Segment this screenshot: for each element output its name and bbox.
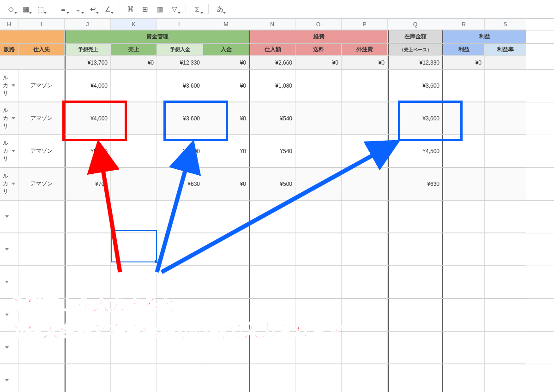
total-souryou[interactable]: ¥0	[295, 56, 342, 69]
col-head-P[interactable]: P	[342, 19, 388, 30]
cell-zaiko[interactable]: ¥4,500	[388, 135, 443, 167]
cell[interactable]	[485, 266, 526, 298]
cell-zaiko[interactable]: ¥3,600	[388, 70, 443, 102]
cell[interactable]	[485, 201, 526, 233]
cell-hanro[interactable]: ルカリ	[0, 102, 18, 135]
cell[interactable]	[65, 364, 111, 392]
col-head-R[interactable]: R	[443, 19, 485, 30]
cell[interactable]	[485, 364, 526, 392]
cell[interactable]	[0, 201, 18, 233]
cell-nyukin[interactable]: ¥0	[203, 168, 249, 200]
cell[interactable]	[111, 201, 157, 233]
cell-gaichuu[interactable]	[342, 135, 388, 167]
cell[interactable]	[388, 364, 443, 392]
cell[interactable]	[342, 364, 388, 392]
col-head-N[interactable]: N	[249, 19, 295, 30]
filter-button[interactable]: ▽	[168, 3, 181, 16]
total-riekiritsu[interactable]	[485, 56, 526, 69]
cell-shiiregaku[interactable]: ¥540	[249, 135, 295, 167]
total-nyukin[interactable]: ¥0	[203, 56, 249, 69]
cell[interactable]	[295, 201, 342, 233]
cell-yoso-nyukin[interactable]: ¥3,600	[157, 70, 203, 102]
col-head-O[interactable]: O	[295, 19, 342, 30]
cell[interactable]	[295, 233, 342, 266]
insert-chart-button[interactable]: ▥	[153, 3, 166, 16]
cell-uriage[interactable]	[111, 168, 157, 200]
cell[interactable]	[388, 201, 443, 233]
cell[interactable]	[388, 299, 443, 331]
cell[interactable]	[342, 266, 388, 298]
cell[interactable]	[249, 233, 295, 266]
merge-cells-button[interactable]: ⬚	[34, 3, 47, 16]
total-shiiregaku[interactable]: ¥2,660	[249, 56, 295, 69]
cell-vendor[interactable]: アマゾン	[18, 102, 65, 135]
fill-color-button[interactable]: ◇	[5, 3, 18, 16]
cell-rieki[interactable]	[443, 102, 485, 135]
total-gaichuu[interactable]: ¥0	[342, 56, 388, 69]
cell-shiiregaku[interactable]: ¥500	[249, 168, 295, 200]
col-head-M[interactable]: M	[203, 19, 249, 30]
cell-hanro[interactable]: ルカリ	[0, 70, 18, 102]
cell[interactable]	[342, 233, 388, 266]
cell-gaichuu[interactable]	[342, 70, 388, 102]
halign-button[interactable]: ≡	[57, 3, 70, 16]
cell-riekiritsu[interactable]	[485, 102, 526, 135]
cell[interactable]	[443, 233, 485, 266]
cell[interactable]	[18, 201, 65, 233]
cell[interactable]	[203, 201, 249, 233]
cell-rieki[interactable]	[443, 70, 485, 102]
cell[interactable]	[443, 299, 485, 331]
cell[interactable]	[249, 201, 295, 233]
cell[interactable]	[249, 364, 295, 392]
cell-yoso-uriage[interactable]: ¥4,000	[65, 102, 111, 135]
cell[interactable]	[443, 364, 485, 392]
cell[interactable]	[342, 201, 388, 233]
cell-rieki[interactable]	[443, 135, 485, 167]
cell-yoso-nyukin[interactable]: ¥630	[157, 168, 203, 200]
functions-button[interactable]: Σ	[191, 3, 204, 16]
cell-hanro[interactable]: ルカリ	[0, 135, 18, 167]
total-yoso-uriage[interactable]: ¥13,700	[65, 56, 111, 69]
cell[interactable]	[485, 233, 526, 266]
col-head-S[interactable]: S	[485, 19, 526, 30]
cell[interactable]	[295, 364, 342, 392]
col-head-L[interactable]: L	[157, 19, 203, 30]
col-head-H[interactable]: H	[0, 19, 18, 30]
col-head-K[interactable]: K	[111, 19, 157, 30]
cell-rieki[interactable]	[443, 168, 485, 200]
cell-souryou[interactable]	[295, 168, 342, 200]
cell[interactable]	[157, 233, 203, 266]
cell[interactable]	[443, 201, 485, 233]
cell[interactable]	[0, 364, 18, 392]
cell-souryou[interactable]	[295, 70, 342, 102]
col-head-Q[interactable]: Q	[388, 19, 443, 30]
cell-zaiko[interactable]: ¥3,600	[388, 102, 443, 135]
cell[interactable]	[157, 201, 203, 233]
cell[interactable]	[111, 364, 157, 392]
col-head-I[interactable]: I	[18, 19, 65, 30]
cell[interactable]	[342, 299, 388, 331]
insert-link-button[interactable]: ⌘	[124, 3, 137, 16]
cell-riekiritsu[interactable]	[485, 168, 526, 200]
cell-yoso-nyukin[interactable]: ¥4,500	[157, 135, 203, 167]
total-uriage[interactable]: ¥0	[111, 56, 157, 69]
cell-souryou[interactable]	[295, 135, 342, 167]
cell-yoso-uriage[interactable]: ¥5,000	[65, 135, 111, 167]
cell-zaiko[interactable]: ¥630	[388, 168, 443, 200]
cell-uriage[interactable]	[111, 70, 157, 102]
cell-nyukin[interactable]: ¥0	[203, 102, 249, 135]
cell[interactable]	[342, 332, 388, 364]
cell[interactable]	[203, 364, 249, 392]
total-rieki[interactable]: ¥0	[443, 56, 485, 69]
total-zaiko[interactable]: ¥12,330	[388, 56, 443, 69]
borders-button[interactable]: ▦	[19, 3, 32, 16]
cell-shiiregaku[interactable]: ¥1,080	[249, 70, 295, 102]
input-tools-button[interactable]: あ	[213, 3, 226, 16]
cell[interactable]	[0, 233, 18, 266]
cell[interactable]	[65, 233, 111, 266]
cell[interactable]	[18, 233, 65, 266]
cell-nyukin[interactable]: ¥0	[203, 135, 249, 167]
cell-vendor[interactable]: アマゾン	[18, 70, 65, 102]
total-yoso-nyukin[interactable]: ¥12,330	[157, 56, 203, 69]
cell[interactable]	[65, 201, 111, 233]
